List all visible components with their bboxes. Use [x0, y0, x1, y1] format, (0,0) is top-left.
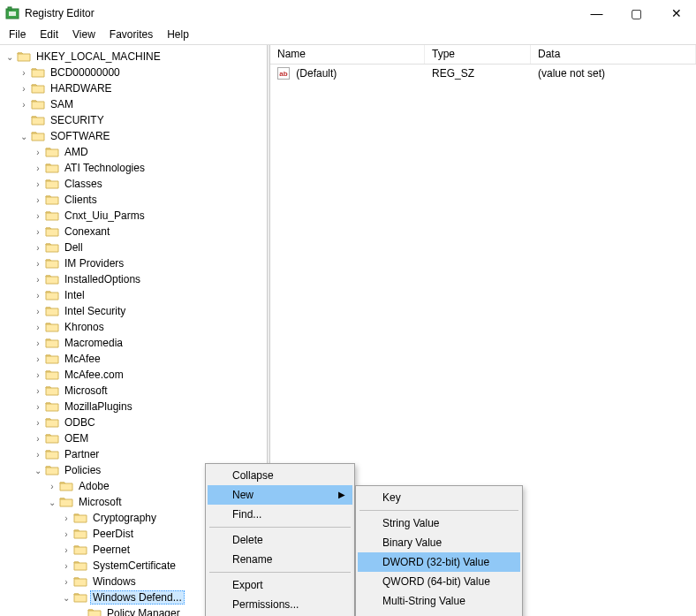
expand-icon[interactable]: ›: [32, 273, 44, 285]
ctx-rename[interactable]: Rename: [208, 550, 352, 569]
tree-node[interactable]: ›Clients: [32, 192, 267, 208]
value-data: (value not set): [531, 66, 696, 80]
maximize-button[interactable]: ▢: [617, 0, 656, 27]
tree-node[interactable]: ›Cnxt_Uiu_Parms: [32, 208, 267, 224]
ctx-new-expandstring[interactable]: Expandable String Value: [358, 611, 520, 616]
tree-node[interactable]: ›AMD: [32, 144, 267, 160]
collapse-icon[interactable]: ⌄: [60, 591, 72, 604]
titlebar: Registry Editor — ▢ ✕: [0, 0, 696, 27]
expand-icon[interactable]: ›: [18, 98, 30, 110]
list-row[interactable]: ab (Default) REG_SZ (value not set): [270, 65, 696, 82]
ctx-permissions[interactable]: Permissions...: [208, 595, 352, 614]
tree-node[interactable]: ›ATI Technologies: [32, 160, 267, 176]
ctx-export[interactable]: Export: [208, 575, 352, 595]
tree-node[interactable]: ›Microsoft: [32, 383, 267, 399]
tree-node[interactable]: ›Conexant: [32, 224, 267, 240]
expand-icon[interactable]: ›: [18, 82, 30, 95]
tree-node[interactable]: ›Khronos: [32, 319, 267, 335]
col-header-data[interactable]: Data: [531, 45, 696, 64]
expand-icon[interactable]: ›: [32, 289, 44, 301]
expand-icon[interactable]: ›: [60, 544, 72, 556]
folder-icon: [45, 400, 59, 413]
tree-node[interactable]: ›BCD00000000: [18, 65, 267, 80]
menu-view[interactable]: View: [65, 27, 102, 44]
expand-icon[interactable]: ›: [46, 480, 58, 492]
tree-node[interactable]: ›Intel Security: [32, 303, 267, 319]
minimize-button[interactable]: —: [577, 0, 617, 27]
collapse-icon[interactable]: ⌄: [46, 496, 58, 508]
expand-icon[interactable]: ›: [32, 432, 44, 445]
ctx-separator: [209, 572, 351, 573]
expand-icon[interactable]: ›: [32, 146, 44, 158]
expand-icon[interactable]: ›: [32, 305, 44, 317]
value-name: (Default): [296, 67, 337, 80]
expand-icon[interactable]: ›: [60, 528, 72, 540]
menu-favorites[interactable]: Favorites: [102, 27, 160, 44]
expand-icon[interactable]: ›: [32, 209, 44, 222]
menu-edit[interactable]: Edit: [33, 27, 65, 44]
expand-icon[interactable]: ›: [32, 448, 44, 460]
ctx-new-qword[interactable]: QWORD (64-bit) Value: [358, 572, 520, 591]
tree-node-label: Khronos: [62, 320, 107, 334]
expand-icon[interactable]: ›: [32, 225, 44, 238]
tree-node[interactable]: ›Dell: [32, 240, 267, 255]
tree-node[interactable]: SECURITY: [18, 112, 267, 128]
expand-icon[interactable]: ›: [32, 321, 44, 333]
tree-node[interactable]: ›Macromedia: [32, 335, 267, 351]
expand-icon[interactable]: ›: [60, 512, 72, 524]
collapse-icon[interactable]: ⌄: [18, 130, 30, 142]
tree-node-label: Intel Security: [62, 304, 128, 318]
ctx-delete[interactable]: Delete: [208, 530, 352, 550]
ctx-find[interactable]: Find...: [208, 505, 352, 524]
col-header-type[interactable]: Type: [425, 45, 531, 64]
tree-node[interactable]: ›ODBC: [32, 414, 267, 430]
tree-node-label: Clients: [62, 193, 100, 207]
tree-node[interactable]: ›InstalledOptions: [32, 271, 267, 287]
menu-help[interactable]: Help: [160, 27, 196, 44]
col-header-name[interactable]: Name: [270, 45, 425, 64]
expand-icon[interactable]: ›: [32, 194, 44, 206]
ctx-new-binary[interactable]: Binary Value: [358, 533, 520, 552]
tree-node[interactable]: ›McAfee: [32, 351, 267, 367]
tree-node[interactable]: ⌄SOFTWARE: [18, 128, 267, 144]
tree-node[interactable]: ›HARDWARE: [18, 80, 267, 96]
expand-icon[interactable]: ›: [60, 559, 72, 572]
expand-icon[interactable]: ›: [32, 384, 44, 397]
expand-icon[interactable]: ›: [32, 400, 44, 413]
tree-node-label: Cnxt_Uiu_Parms: [62, 209, 148, 223]
expand-icon[interactable]: ›: [32, 337, 44, 349]
menu-file[interactable]: File: [2, 27, 33, 44]
tree-node[interactable]: ⌄HKEY_LOCAL_MACHINE: [4, 49, 267, 65]
ctx-new-string[interactable]: String Value: [358, 513, 520, 533]
folder-icon: [73, 544, 87, 556]
ctx-new[interactable]: New ▶: [208, 485, 352, 505]
tree-node[interactable]: ›Classes: [32, 176, 267, 192]
expand-icon[interactable]: ›: [32, 416, 44, 429]
ctx-separator: [359, 510, 518, 511]
expand-icon[interactable]: ›: [32, 241, 44, 254]
expand-icon[interactable]: ›: [32, 178, 44, 190]
tree-node[interactable]: ›SAM: [18, 96, 267, 112]
ctx-new-multistring[interactable]: Multi-String Value: [358, 591, 520, 611]
ctx-collapse[interactable]: Collapse: [208, 466, 352, 485]
folder-icon: [73, 559, 87, 572]
collapse-icon[interactable]: ⌄: [4, 50, 16, 63]
expand-icon[interactable]: ›: [32, 257, 44, 270]
expand-icon[interactable]: ›: [18, 66, 30, 79]
tree-node-label: Microsoft: [62, 384, 110, 398]
tree-node[interactable]: ›IM Providers: [32, 255, 267, 271]
tree-node[interactable]: ›McAfee.com: [32, 367, 267, 383]
expand-icon[interactable]: ›: [60, 575, 72, 588]
menubar: File Edit View Favorites Help: [0, 27, 696, 44]
tree-node[interactable]: ›OEM: [32, 430, 267, 446]
tree-node[interactable]: ›MozillaPlugins: [32, 399, 267, 414]
expand-icon[interactable]: ›: [32, 353, 44, 365]
expand-icon[interactable]: ›: [32, 162, 44, 174]
ctx-new-dword[interactable]: DWORD (32-bit) Value: [358, 552, 520, 572]
tree-node[interactable]: ›Partner: [32, 446, 267, 462]
collapse-icon[interactable]: ⌄: [32, 464, 44, 476]
ctx-new-key[interactable]: Key: [358, 488, 520, 507]
close-button[interactable]: ✕: [656, 0, 696, 27]
tree-node[interactable]: ›Intel: [32, 287, 267, 303]
expand-icon[interactable]: ›: [32, 369, 44, 381]
